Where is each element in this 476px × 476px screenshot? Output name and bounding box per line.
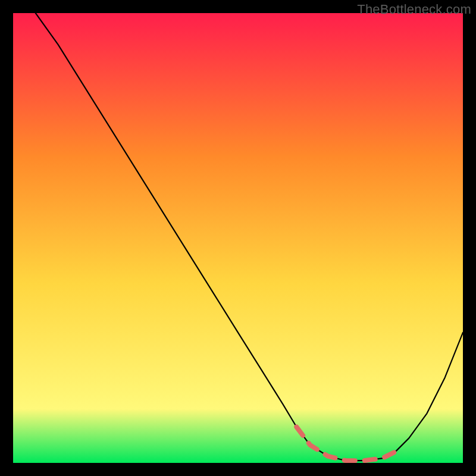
watermark-text: TheBottleneck.com xyxy=(357,2,471,17)
chart-frame: TheBottleneck.com xyxy=(0,0,476,476)
bottleneck-chart xyxy=(13,13,463,463)
